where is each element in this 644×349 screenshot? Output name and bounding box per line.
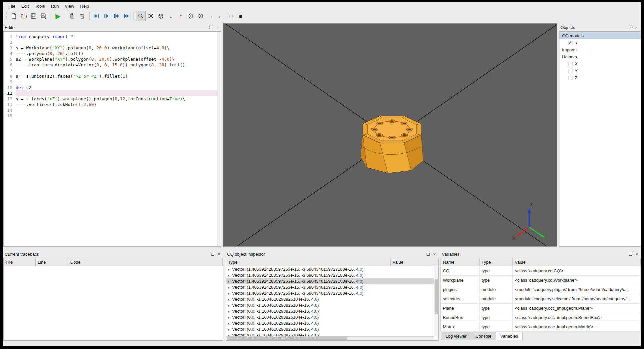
editor-close-button[interactable]: × <box>214 25 220 30</box>
objects-close-button[interactable]: × <box>634 25 640 30</box>
fit-view-button[interactable] <box>146 11 156 21</box>
wireframe-view-button[interactable]: □ <box>226 11 236 21</box>
inspector-row[interactable]: ▸Vector: (0.0, -1.1604610293826104e-16, … <box>226 320 434 326</box>
code-line[interactable]: 2 <box>4 39 221 45</box>
inspector-row[interactable]: ▸Vector: (0.0, -1.1604610293826104e-16, … <box>226 326 434 332</box>
line-number[interactable]: 9 <box>4 79 16 85</box>
tree-group-cq-models[interactable]: CQ models <box>559 32 641 39</box>
open-file-button[interactable] <box>19 11 29 21</box>
menu-run[interactable]: Run <box>48 3 62 10</box>
objects-float-button[interactable] <box>628 25 633 30</box>
code-line[interactable]: 12s = s.faces('>Z').workplane().polygon(… <box>4 96 221 102</box>
variables-close-button[interactable]: × <box>634 251 640 257</box>
expand-arrow-icon[interactable]: ▸ <box>228 310 230 313</box>
line-number[interactable]: 5 <box>4 56 16 62</box>
code-line[interactable]: 15 <box>4 113 221 119</box>
expand-arrow-icon[interactable]: ▸ <box>228 334 230 336</box>
tab-variables[interactable]: Variables <box>496 332 523 340</box>
checkbox[interactable] <box>568 69 572 73</box>
scrollbar-thumb[interactable] <box>435 279 438 314</box>
line-number[interactable]: 12 <box>4 96 16 102</box>
variables-col-type[interactable]: Type <box>480 258 513 266</box>
expand-arrow-icon[interactable]: ▸ <box>228 268 230 271</box>
line-number[interactable]: 3 <box>4 45 16 51</box>
menu-tools[interactable]: Tools <box>32 3 48 10</box>
traceback-float-button[interactable] <box>210 251 215 257</box>
expand-arrow-icon[interactable]: ▸ <box>228 316 230 319</box>
menu-edit[interactable]: Edit <box>18 3 32 10</box>
inspector-float-button[interactable] <box>425 251 431 257</box>
inspector-row[interactable]: ▸Vector: (1.4053924288597253e-15, -3.680… <box>226 290 434 296</box>
right-view-button[interactable]: → <box>206 11 216 21</box>
checkbox[interactable] <box>568 62 572 66</box>
render-button[interactable]: ▶ <box>53 11 63 21</box>
line-number[interactable]: 14 <box>4 107 16 113</box>
debug-step-button[interactable] <box>92 11 102 21</box>
inspector-row[interactable]: ▸Vector: (0.0, -1.1604610293826104e-16, … <box>226 314 434 320</box>
variable-row[interactable]: CQtype<class 'cadquery.cq.CQ'> <box>441 266 641 276</box>
traceback-col-file[interactable]: File <box>4 258 36 266</box>
variables-float-button[interactable] <box>628 251 633 257</box>
inspector-row[interactable]: ▸Vector: (1.4053924288597253e-15, -3.680… <box>226 272 434 278</box>
variable-row[interactable]: Matrixtype<class 'cadquery.occ_impl.geom… <box>441 322 641 332</box>
save-button[interactable] <box>29 11 39 21</box>
line-number[interactable]: 4 <box>4 51 16 56</box>
inspector-row[interactable]: ▸Vector: (0.0, -1.1604610293826104e-16, … <box>226 302 434 308</box>
code-line[interactable]: 13····.vertices().cskHole(1,2,60) <box>4 102 221 107</box>
variable-row[interactable]: selectorsmodule<module 'cadquery.selecto… <box>441 294 641 304</box>
code-line[interactable]: 14 <box>4 107 221 113</box>
tree-item-z[interactable]: Z <box>559 74 641 81</box>
expand-arrow-icon[interactable]: ▸ <box>228 328 230 331</box>
debug-step-out-button[interactable] <box>112 11 122 21</box>
variable-row[interactable]: BoundBoxtype<class 'cadquery.occ_impl.ge… <box>441 313 641 322</box>
line-number[interactable]: 15 <box>4 113 16 119</box>
inspector-hscrollbar[interactable] <box>226 336 434 340</box>
code-editor[interactable]: 1from cadquery import *23s = Workplane("… <box>3 31 221 247</box>
expand-arrow-icon[interactable]: ▸ <box>228 298 230 301</box>
inspector-row[interactable]: ▸Vector: (0.0, -1.1604610293826104e-16, … <box>226 332 434 336</box>
line-number[interactable]: 10 <box>4 85 16 90</box>
iso-view-button[interactable] <box>156 11 166 21</box>
expand-arrow-icon[interactable]: ▸ <box>228 286 230 289</box>
debug-continue-button[interactable] <box>122 11 132 21</box>
code-line[interactable]: 3s = Workplane("XY").polygon(8, 20.0).wo… <box>4 45 221 51</box>
code-line[interactable]: 5s2 = Workplane("XY").polygon(8, 20.0).w… <box>4 56 221 62</box>
menu-view[interactable]: View <box>62 3 77 10</box>
line-number[interactable]: 8 <box>4 73 16 79</box>
inspector-row[interactable]: ▸Vector: (0.0, -1.1604610293826104e-16, … <box>226 308 434 314</box>
inspector-row[interactable]: ▸Vector: (1.4053924288597253e-15, -3.680… <box>226 278 434 284</box>
bottom-view-button[interactable]: ↑ <box>176 11 186 21</box>
inspector-col-type[interactable]: Type <box>226 258 391 266</box>
code-line[interactable]: 8s = s.union(s2).faces('>Z or <Z').fille… <box>4 73 221 79</box>
toolbar-handle[interactable] <box>5 12 7 20</box>
line-number[interactable]: 7 <box>4 68 16 73</box>
editor-float-button[interactable] <box>208 25 213 30</box>
expand-arrow-icon[interactable]: ▸ <box>228 292 230 295</box>
editor-scrollbar[interactable] <box>217 32 221 246</box>
back-view-button[interactable] <box>196 11 206 21</box>
variable-row[interactable]: Planetype<class 'cadquery.occ_impl.geom.… <box>441 304 641 313</box>
inspector-vscrollbar[interactable] <box>434 266 438 336</box>
code-line[interactable]: 10del s2 <box>4 85 221 90</box>
tab-console[interactable]: Console <box>471 332 496 340</box>
front-view-button[interactable] <box>186 11 196 21</box>
line-number[interactable]: 2 <box>4 39 16 45</box>
traceback-col-code[interactable]: Code <box>68 258 223 266</box>
line-number[interactable]: 11 <box>4 90 16 96</box>
expand-arrow-icon[interactable]: ▸ <box>228 304 230 307</box>
debug-button[interactable] <box>67 11 77 21</box>
delete-button[interactable] <box>77 11 87 21</box>
expand-arrow-icon[interactable]: ▸ <box>228 280 230 283</box>
tree-group-helpers[interactable]: Helpers <box>559 53 641 60</box>
checkbox[interactable] <box>568 76 572 80</box>
variable-row[interactable]: Workplanetype<class 'cadquery.cq.Workpla… <box>441 276 641 285</box>
menu-help[interactable]: Help <box>77 3 92 10</box>
debug-step-into-button[interactable] <box>102 11 112 21</box>
code-line[interactable]: 9 <box>4 79 221 85</box>
checkbox[interactable] <box>568 41 572 45</box>
code-line[interactable]: 4····.polygon(8, 20).loft() <box>4 51 221 56</box>
inspector-row[interactable]: ▸Vector: (0.0, -1.1604610293826104e-16, … <box>226 296 434 302</box>
line-number[interactable]: 1 <box>4 34 16 39</box>
menu-file[interactable]: File <box>5 3 18 10</box>
code-line[interactable]: 7 <box>4 68 221 73</box>
